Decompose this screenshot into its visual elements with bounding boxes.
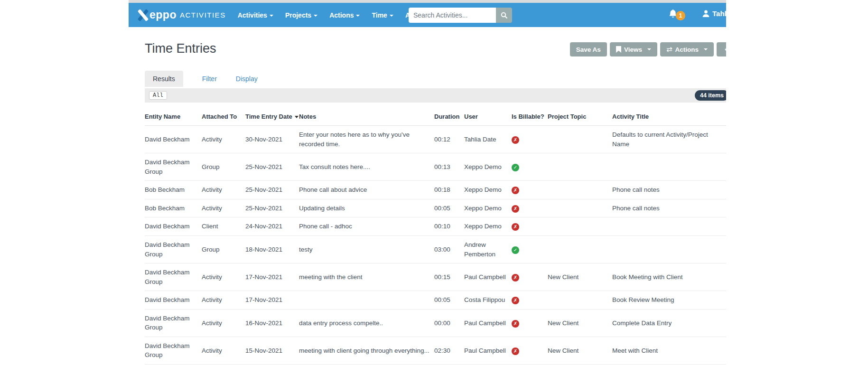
cell-user: Paul Campbell: [464, 263, 512, 291]
cell-date: 25-Nov-2021: [245, 181, 299, 199]
nav-item-projects[interactable]: Projects: [285, 11, 317, 19]
cell-attached-to: Group: [202, 153, 245, 181]
caret-down-icon: [704, 48, 708, 50]
cell-duration: 00:18: [434, 181, 464, 199]
cell-activity-title: Phone call notes: [612, 181, 726, 199]
table-row[interactable]: David Beckham GroupGroup25-Nov-2021Tax c…: [145, 153, 726, 181]
views-button[interactable]: Views: [610, 42, 657, 56]
nav-item-actions[interactable]: Actions: [329, 11, 360, 19]
column-header-entity-name[interactable]: Entity Name: [145, 107, 202, 126]
cell-notes: data entry process compelte..: [299, 309, 434, 337]
search-group: [409, 8, 512, 23]
cell-user: Xeppo Demo: [464, 199, 512, 217]
cell-date: 24-Nov-2021: [245, 217, 299, 236]
views-label: Views: [624, 46, 642, 53]
cell-date: 16-Nov-2021: [245, 309, 299, 337]
search-input[interactable]: [409, 8, 496, 23]
cell-project-topic: [548, 181, 612, 199]
table-row[interactable]: Bob BeckhamActivity25-Nov-2021Phone call…: [145, 181, 726, 199]
filter-chip-all[interactable]: All: [149, 91, 167, 100]
cell-user: Xeppo Demo: [464, 217, 512, 236]
tab-results[interactable]: Results: [145, 71, 183, 87]
column-header-user[interactable]: User: [464, 107, 512, 126]
notification-count-badge: 1: [676, 11, 685, 20]
billable-no-icon: ✗: [512, 223, 519, 231]
cell-entity: Bob Beckham: [145, 181, 202, 199]
cell-activity-title: Book Review Meeting: [612, 291, 726, 310]
cell-entity: David Beckham Group: [145, 263, 202, 291]
cell-entity: David Beckham: [145, 126, 202, 153]
table-row[interactable]: David Beckham GroupActivity16-Nov-2021da…: [145, 309, 726, 337]
notifications-button[interactable]: 1: [669, 9, 685, 20]
cell-user: Costa Filippou: [464, 291, 512, 310]
table-row[interactable]: David BeckhamActivity17-Nov-202100:05Cos…: [145, 291, 726, 310]
table-row[interactable]: David Beckham GroupActivity17-Nov-2021me…: [145, 263, 726, 291]
table-row[interactable]: David Beckham GroupGroup18-Nov-2021testy…: [145, 235, 726, 263]
xeppo-x-icon: [137, 9, 149, 21]
cell-billable: ✗: [512, 337, 548, 364]
cell-notes: testy: [299, 235, 434, 263]
cell-attached-to: Activity: [202, 337, 245, 364]
column-header-notes[interactable]: Notes: [299, 107, 434, 126]
cell-notes: [299, 291, 434, 310]
column-header-time-entry-date[interactable]: Time Entry Date: [245, 107, 299, 126]
cell-activity-title: [612, 217, 726, 236]
table-row[interactable]: David Beckham GroupActivity15-Nov-2021me…: [145, 337, 726, 364]
tab-display[interactable]: Display: [236, 75, 258, 83]
cell-billable: ✗: [512, 126, 548, 153]
cell-billable: ✗: [512, 291, 548, 310]
user-name: Tahlia: [712, 9, 726, 18]
actions-button[interactable]: ⇄ Actions: [660, 42, 714, 56]
cell-date: 30-Nov-2021: [245, 126, 299, 153]
arrow-left-icon: ←: [725, 45, 726, 54]
column-header-duration[interactable]: Duration: [434, 107, 464, 126]
collapse-button[interactable]: ←: [717, 42, 726, 56]
cell-billable: ✗: [512, 263, 548, 291]
nav-item-time[interactable]: Time: [372, 11, 393, 19]
table-row[interactable]: David BeckhamClient24-Nov-2021Phone call…: [145, 217, 726, 236]
cell-activity-title: Phone call notes: [612, 199, 726, 217]
column-header-is-billable[interactable]: Is Billable?: [512, 107, 548, 126]
cell-activity-title: Book Meeting with Client: [612, 263, 726, 291]
sort-desc-caret-icon: [295, 116, 299, 118]
filter-bar: All 44 items: [145, 88, 726, 103]
brand-logo[interactable]: eppo ACTIVITIES: [137, 9, 226, 21]
bookmark-icon: [616, 46, 621, 53]
brand-suffix: ACTIVITIES: [180, 11, 226, 19]
cell-notes: Phone call - adhoc: [299, 217, 434, 236]
tabs: ResultsFilterDisplay: [145, 71, 726, 87]
table-row[interactable]: Bob BeckhamActivity25-Nov-2021Updating d…: [145, 199, 726, 217]
cell-user: Paul Campbell: [464, 337, 512, 364]
save-as-button[interactable]: Save As: [570, 42, 607, 56]
tab-filter[interactable]: Filter: [202, 75, 217, 83]
cell-notes: Tax consult notes here....: [299, 153, 434, 181]
cell-project-topic: [548, 235, 612, 263]
cell-user: Andrew Pemberton: [464, 235, 512, 263]
search-icon: [500, 11, 508, 19]
brand-name: eppo: [149, 9, 177, 21]
cell-date: 17-Nov-2021: [245, 263, 299, 291]
caret-down-icon: [356, 15, 360, 17]
column-header-attached-to[interactable]: Attached To: [202, 107, 245, 126]
table-row[interactable]: David BeckhamActivity30-Nov-2021Enter yo…: [145, 126, 726, 153]
user-menu[interactable]: Tahlia: [702, 9, 726, 18]
billable-no-icon: ✗: [512, 187, 519, 194]
cell-billable: ✓: [512, 153, 548, 181]
nav-item-activities[interactable]: Activities: [238, 11, 273, 19]
search-button[interactable]: [496, 8, 512, 23]
billable-yes-icon: ✓: [512, 164, 519, 171]
billable-no-icon: ✗: [512, 347, 519, 355]
column-header-activity-title[interactable]: Activity Title: [612, 107, 726, 126]
column-header-project-topic[interactable]: Project Topic: [548, 107, 612, 126]
cell-billable: ✗: [512, 181, 548, 199]
save-as-label: Save As: [576, 46, 601, 53]
cell-project-topic: [548, 153, 612, 181]
cell-notes: Updating details: [299, 199, 434, 217]
cell-attached-to: Client: [202, 217, 245, 236]
cell-attached-to: Group: [202, 235, 245, 263]
cell-entity: David Beckham: [145, 217, 202, 236]
actions-label: Actions: [675, 46, 699, 53]
cell-notes: meeting with client going through everyt…: [299, 337, 434, 364]
cell-activity-title: Meet with Client: [612, 337, 726, 364]
cell-attached-to: Activity: [202, 199, 245, 217]
